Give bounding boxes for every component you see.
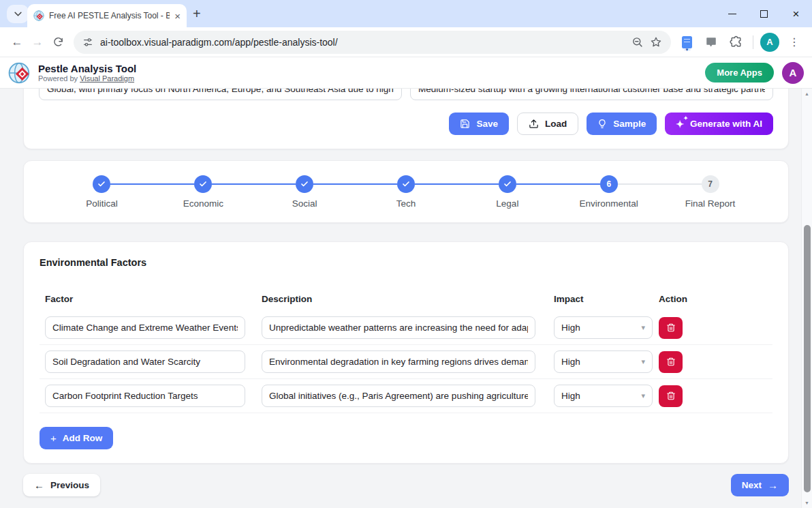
visual-paradigm-link[interactable]: Visual Paradigm	[80, 74, 134, 83]
tab-close-icon[interactable]: ×	[174, 11, 181, 21]
step-political[interactable]: Political	[51, 175, 153, 209]
add-row-button[interactable]: + Add Row	[40, 427, 113, 449]
form-actions: Save Load Sample ✦✦ Generate with AI	[39, 113, 773, 135]
table-row: High ▾	[40, 311, 772, 345]
organization-size-input[interactable]	[410, 89, 773, 100]
factor-input[interactable]	[45, 316, 245, 339]
step-label: Environmental	[580, 198, 638, 209]
chevron-down-icon: ▾	[641, 323, 645, 332]
browser-tab[interactable]: Free AI PESTLE Analysis Tool - B ×	[27, 4, 187, 27]
impact-select[interactable]: High ▾	[554, 316, 653, 339]
reload-icon[interactable]	[48, 32, 68, 53]
chevron-down-icon: ▾	[641, 357, 645, 366]
site-settings-icon[interactable]	[82, 37, 93, 48]
browser-toolbar: ← → ai-toolbox.visual-paradigm.com/app/p…	[0, 27, 812, 57]
extensions-puzzle-icon[interactable]	[725, 32, 746, 53]
impact-select[interactable]: High ▾	[554, 385, 653, 407]
visual-paradigm-logo[interactable]	[8, 61, 31, 85]
main-content: Save Load Sample ✦✦ Generate with AI Pol…	[0, 89, 812, 508]
scrollbar-thumb[interactable]	[804, 225, 811, 492]
back-icon[interactable]: ←	[7, 32, 27, 53]
trash-icon	[666, 323, 676, 333]
delete-row-button[interactable]	[659, 317, 683, 339]
step-environmental[interactable]: 6 Environmental	[558, 175, 659, 209]
pestle-stepper: Political Economic Social Tech Legal 6 E…	[51, 175, 761, 209]
step-social[interactable]: Social	[254, 175, 356, 209]
step-final-report[interactable]: 7 Final Report	[659, 175, 761, 209]
save-icon	[460, 119, 470, 129]
impact-value: High	[561, 391, 580, 401]
previous-button[interactable]: ← Previous	[23, 474, 100, 496]
impact-value: High	[561, 323, 580, 333]
step-label: Political	[86, 198, 118, 209]
powered-by: Powered by Visual Paradigm	[38, 74, 136, 83]
tab-search-chevron-icon[interactable]	[7, 5, 29, 23]
url-text[interactable]: ai-toolbox.visual-paradigm.com/app/pestl…	[100, 37, 625, 48]
column-description: Description	[256, 294, 548, 304]
feedback-bubble-icon[interactable]	[701, 32, 721, 53]
app-title-block: Pestle Analysis Tool Powered by Visual P…	[38, 63, 136, 83]
scroll-down-icon[interactable]: ▼	[802, 500, 812, 505]
browser-profile-avatar[interactable]: A	[760, 33, 779, 52]
table-row: High ▾	[40, 345, 772, 379]
scroll-up-icon[interactable]: ▲	[802, 91, 812, 96]
step-check-icon	[93, 175, 110, 193]
zoom-out-icon[interactable]	[631, 36, 643, 48]
forward-icon[interactable]: →	[27, 32, 48, 53]
step-number: 6	[600, 175, 618, 193]
more-apps-button[interactable]: More Apps	[705, 63, 774, 83]
download-badge-icon: ▼	[684, 49, 691, 50]
table-header: Factor Description Impact Action	[40, 294, 772, 304]
environmental-factors-card: Environmental Factors Factor Description…	[23, 241, 789, 464]
app-header: Pestle Analysis Tool Powered by Visual P…	[0, 57, 812, 89]
geographical-scope-input[interactable]	[39, 89, 402, 100]
bookmark-star-icon[interactable]	[650, 36, 662, 48]
factor-input[interactable]	[45, 350, 245, 373]
impact-value: High	[561, 357, 580, 367]
step-economic[interactable]: Economic	[153, 175, 254, 209]
generate-with-ai-button[interactable]: ✦✦ Generate with AI	[665, 113, 773, 135]
upload-icon	[529, 119, 539, 129]
next-button[interactable]: Next →	[731, 474, 789, 496]
step-check-icon	[296, 175, 313, 193]
step-tech[interactable]: Tech	[356, 175, 457, 209]
delete-row-button[interactable]	[659, 351, 683, 373]
close-button[interactable]: ×	[780, 0, 812, 27]
sample-button[interactable]: Sample	[587, 113, 657, 135]
factor-input[interactable]	[45, 385, 245, 407]
card-title: Environmental Factors	[40, 257, 772, 268]
step-check-icon	[397, 175, 415, 193]
description-input[interactable]	[262, 385, 535, 407]
sample-label: Sample	[613, 119, 646, 129]
page-scrollbar[interactable]: ▲ ▼	[801, 89, 812, 508]
maximize-button[interactable]	[748, 0, 780, 27]
save-button[interactable]: Save	[449, 113, 509, 135]
wizard-footer: ← Previous Next →	[23, 474, 789, 496]
toolbar-extensions-area: ▼ A ⋮	[676, 32, 805, 53]
step-legal[interactable]: Legal	[456, 175, 558, 209]
load-label: Load	[545, 119, 567, 129]
browser-menu-icon[interactable]: ⋮	[783, 35, 805, 48]
arrow-left-icon: ←	[34, 480, 44, 490]
step-label: Social	[292, 198, 317, 209]
column-impact: Impact	[548, 294, 653, 304]
docs-offline-icon[interactable]: ▼	[676, 32, 697, 53]
step-check-icon	[499, 175, 516, 193]
column-factor: Factor	[40, 294, 256, 304]
lightbulb-icon	[597, 119, 607, 129]
load-button[interactable]: Load	[517, 113, 578, 135]
step-number: 7	[702, 175, 719, 193]
analysis-setup-card: Save Load Sample ✦✦ Generate with AI	[23, 89, 789, 149]
delete-row-button[interactable]	[659, 385, 683, 407]
app-title: Pestle Analysis Tool	[38, 63, 136, 74]
chevron-down-icon: ▾	[641, 391, 645, 400]
description-input[interactable]	[262, 316, 535, 339]
impact-select[interactable]: High ▾	[554, 350, 653, 373]
account-avatar[interactable]: A	[782, 62, 804, 84]
site-favicon-icon	[33, 10, 44, 21]
description-input[interactable]	[262, 350, 535, 373]
next-label: Next	[742, 480, 762, 490]
minimize-button[interactable]	[716, 0, 748, 27]
new-tab-button[interactable]: +	[193, 6, 201, 22]
address-bar[interactable]: ai-toolbox.visual-paradigm.com/app/pestl…	[74, 31, 671, 54]
